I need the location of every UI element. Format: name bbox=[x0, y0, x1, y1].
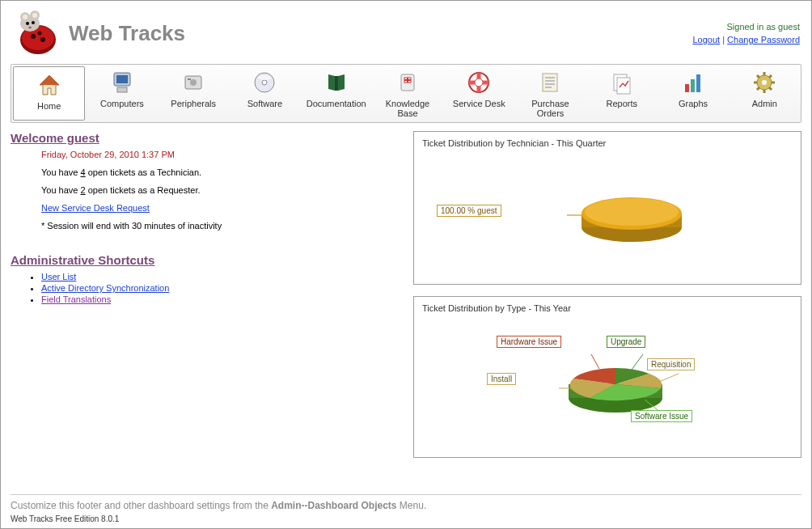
nav-label: Software bbox=[247, 99, 282, 108]
pie-chart-icon bbox=[486, 159, 729, 272]
chart1-title: Ticket Distribution by Technician - This… bbox=[422, 138, 793, 148]
admin-shortcuts-list: User List Active Directory Synchronizati… bbox=[11, 272, 404, 304]
admin-shortcuts-heading: Administrative Shortcuts bbox=[11, 253, 404, 267]
gear-icon bbox=[751, 70, 777, 95]
session-note: * Session will end with 30 minutes of in… bbox=[41, 221, 404, 231]
svg-line-49 bbox=[757, 87, 759, 90]
change-password-link[interactable]: Change Password bbox=[727, 35, 800, 44]
svg-rect-20 bbox=[188, 78, 191, 80]
nav-label: Reports bbox=[606, 99, 637, 108]
svg-point-54 bbox=[585, 198, 679, 226]
svg-line-60 bbox=[659, 374, 679, 382]
nav-label: Purchase Orders bbox=[518, 99, 582, 118]
nav-reports[interactable]: Reports bbox=[586, 65, 658, 122]
auth-block: Signed in as guest Logout | Change Passw… bbox=[692, 20, 800, 47]
svg-line-50 bbox=[769, 75, 772, 78]
home-icon bbox=[36, 72, 62, 98]
svg-point-42 bbox=[762, 80, 767, 85]
purchase-icon bbox=[537, 70, 563, 95]
chart2-body: Hardware Issue Upgrade Requisition Softw… bbox=[422, 320, 793, 449]
footer: Customize this footer and other dashboar… bbox=[1, 494, 811, 528]
version-text: Web Tracks Free Edition 8.0.1 bbox=[11, 514, 801, 523]
req-tickets-line: You have 2 open tickets as a Requester. bbox=[41, 185, 404, 195]
knowledge-icon bbox=[395, 70, 421, 95]
list-item: User List bbox=[41, 272, 404, 281]
svg-point-9 bbox=[32, 13, 37, 18]
svg-rect-31 bbox=[543, 74, 557, 91]
svg-rect-16 bbox=[116, 75, 128, 83]
svg-point-11 bbox=[32, 21, 35, 24]
ad-sync-link[interactable]: Active Directory Synchronization bbox=[41, 283, 169, 293]
app-logo-icon bbox=[12, 9, 61, 57]
svg-line-59 bbox=[632, 354, 643, 370]
nav-servicedesk[interactable]: Service Desk bbox=[444, 65, 515, 122]
nav-graphs[interactable]: Graphs bbox=[658, 65, 729, 122]
nav-home[interactable]: Home bbox=[13, 66, 85, 121]
svg-rect-39 bbox=[691, 79, 695, 92]
slice-label-software: Software Issue bbox=[631, 410, 692, 422]
list-item: Active Directory Synchronization bbox=[41, 283, 404, 293]
nav-label: Service Desk bbox=[453, 99, 505, 108]
chart-box-technician: Ticket Distribution by Technician - This… bbox=[413, 131, 801, 285]
tech-tickets-line: You have 4 open tickets as a Technician. bbox=[41, 167, 404, 177]
svg-point-4 bbox=[38, 32, 42, 36]
svg-marker-14 bbox=[40, 75, 59, 85]
field-translations-link[interactable]: Field Translations bbox=[41, 294, 111, 304]
svg-point-23 bbox=[258, 75, 271, 80]
logo-wrap: Web Tracks bbox=[12, 9, 185, 57]
footer-message: Customize this footer and other dashboar… bbox=[11, 494, 801, 511]
computer-icon bbox=[109, 70, 135, 95]
nav-admin[interactable]: Admin bbox=[730, 65, 801, 122]
svg-line-58 bbox=[591, 354, 599, 369]
welcome-body: Friday, October 29, 2010 1:37 PM You hav… bbox=[11, 150, 404, 231]
slice-label-requisition: Requisition bbox=[647, 358, 695, 370]
nav-peripherals[interactable]: Peripherals bbox=[159, 65, 230, 122]
svg-rect-17 bbox=[117, 87, 127, 92]
lifebuoy-icon bbox=[466, 70, 492, 95]
nav-label: Home bbox=[37, 101, 61, 111]
software-icon bbox=[252, 70, 277, 95]
nav-software[interactable]: Software bbox=[230, 65, 301, 122]
user-list-link[interactable]: User List bbox=[41, 272, 76, 281]
svg-rect-37 bbox=[617, 78, 630, 94]
slice-label-upgrade: Upgrade bbox=[607, 336, 645, 348]
svg-line-47 bbox=[757, 75, 759, 78]
chart1-body: 100.00 % guest bbox=[422, 154, 793, 276]
svg-point-2 bbox=[31, 34, 36, 39]
peripherals-icon bbox=[180, 70, 206, 95]
svg-point-8 bbox=[23, 15, 27, 19]
slice-label-hardware: Hardware Issue bbox=[497, 336, 561, 348]
graphs-icon bbox=[680, 70, 706, 95]
new-request-line: New Service Desk Request bbox=[41, 203, 404, 213]
chart1-slice-label: 100.00 % guest bbox=[437, 205, 501, 217]
list-item: Field Translations bbox=[41, 294, 404, 304]
nav-computers[interactable]: Computers bbox=[87, 65, 158, 122]
new-service-request-link[interactable]: New Service Desk Request bbox=[41, 203, 150, 213]
nav-knowledge[interactable]: Knowledge Base bbox=[372, 65, 443, 122]
svg-rect-24 bbox=[335, 76, 338, 91]
nav-documentation[interactable]: Documentation bbox=[301, 65, 372, 122]
svg-point-3 bbox=[40, 37, 45, 42]
book-icon bbox=[324, 70, 349, 95]
svg-line-48 bbox=[769, 87, 772, 90]
logout-link[interactable]: Logout bbox=[692, 35, 720, 44]
reports-icon bbox=[609, 70, 635, 95]
signed-in-text: Signed in as guest bbox=[692, 20, 800, 34]
main-content: Welcome guest Friday, October 29, 2010 1… bbox=[1, 131, 811, 469]
chart2-title: Ticket Distribution by Type - This Year bbox=[422, 303, 793, 313]
svg-point-12 bbox=[28, 27, 32, 29]
nav-label: Admin bbox=[752, 99, 777, 108]
nav-purchase[interactable]: Purchase Orders bbox=[515, 65, 586, 122]
header: Web Tracks Signed in as guest Logout | C… bbox=[1, 1, 811, 61]
chart-box-type: Ticket Distribution by Type - This Year bbox=[413, 296, 801, 458]
nav-label: Graphs bbox=[679, 99, 708, 108]
svg-point-30 bbox=[475, 78, 483, 87]
nav-label: Knowledge Base bbox=[375, 99, 439, 118]
nav-label: Documentation bbox=[307, 99, 366, 108]
nav-label: Computers bbox=[100, 99, 144, 108]
svg-point-10 bbox=[26, 22, 29, 25]
nav-label: Peripherals bbox=[171, 99, 216, 108]
slice-label-install: Install bbox=[487, 373, 516, 385]
left-column: Welcome guest Friday, October 29, 2010 1… bbox=[11, 131, 404, 469]
current-date: Friday, October 29, 2010 1:37 PM bbox=[41, 150, 404, 159]
